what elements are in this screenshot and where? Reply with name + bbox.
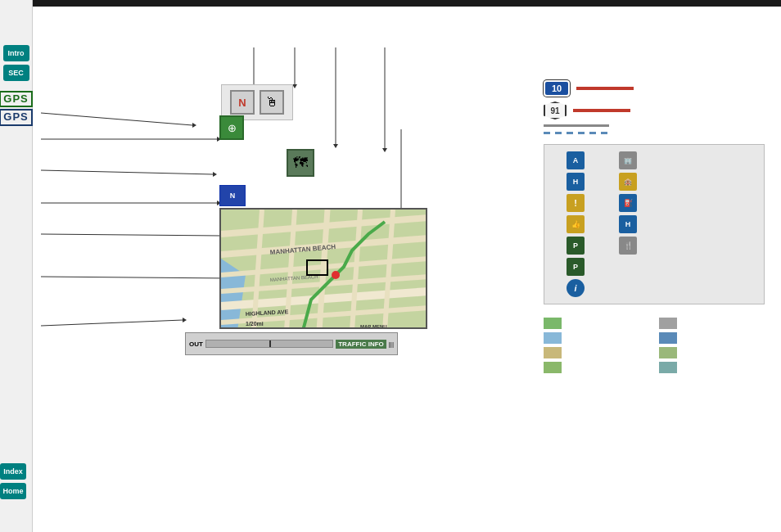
road-dashed-row: [544, 132, 765, 134]
road-line-dashed: [544, 132, 609, 134]
color-park: [544, 318, 562, 329]
color-vegetation: [544, 362, 562, 373]
gps-text-green: GPS: [0, 91, 33, 107]
poi-atm: A: [551, 151, 600, 169]
traffic-info-bar[interactable]: OUT TRAFFIC INFO |||: [185, 332, 398, 355]
poi-building1: 🏢: [603, 151, 652, 169]
map-pointer-button[interactable]: 🖱: [260, 90, 284, 115]
road-line-us: [573, 109, 630, 112]
poi-thumb: 👍: [551, 215, 600, 233]
traffic-out-label: OUT: [189, 340, 203, 348]
color-water2: [659, 332, 677, 344]
poi-caution: !: [551, 194, 600, 212]
poi-legend-box: A 🏢 H 🏨 ! ⛽: [544, 144, 765, 304]
map-svg: MANHATTAN BEACH HIGHLAND AVE MANHATTAN B…: [221, 210, 427, 329]
poi-browse-button[interactable]: 🗺: [287, 149, 314, 177]
svg-marker-13: [183, 318, 187, 322]
svg-marker-19: [333, 144, 338, 148]
sec-button[interactable]: SEC: [3, 65, 29, 81]
svg-marker-21: [382, 148, 387, 152]
poi-parking: P: [551, 237, 600, 255]
svg-line-12: [41, 320, 183, 326]
gps-text-blue: GPS: [0, 109, 33, 125]
road-type-legend: 10 91: [544, 80, 765, 134]
poi-honda: H: [551, 173, 600, 191]
main-content: N 🖱 ⊕ 🗺 N: [33, 7, 781, 532]
road-us-row: 91: [544, 101, 765, 119]
color-legend: [544, 318, 765, 373]
road-interstate-row: 10: [544, 80, 765, 97]
traffic-scale: |||: [389, 340, 394, 348]
poi-icon-grid: A 🏢 H 🏨 ! ⛽: [551, 151, 757, 297]
svg-text:MAP MENU: MAP MENU: [360, 324, 387, 329]
color-beach: [544, 347, 562, 358]
poi-fuel: ⛽: [603, 194, 652, 212]
top-border: [0, 0, 781, 7]
svg-text:1/20mi: 1/20mi: [246, 321, 264, 327]
index-button[interactable]: Index: [0, 463, 26, 480]
left-sidebar: Intro SEC GPS GPS Index Home: [0, 0, 33, 532]
color-water: [544, 332, 562, 344]
road-line-minor: [544, 124, 609, 127]
poi-lodging: 🏨: [603, 173, 652, 191]
svg-line-8: [41, 234, 221, 236]
svg-line-10: [41, 277, 229, 278]
road-other-row: [544, 124, 765, 127]
interstate-shield: 10: [544, 80, 570, 97]
poi-hotel: H: [603, 215, 652, 233]
svg-point-37: [332, 271, 340, 279]
gps-logo: GPS GPS: [0, 91, 33, 126]
map-scroll-button[interactable]: ⊕: [219, 115, 244, 140]
us-highway-shield: 91: [544, 101, 567, 119]
poi-info: i: [551, 279, 600, 297]
intro-button[interactable]: Intro: [3, 45, 29, 61]
svg-line-0: [41, 113, 192, 125]
traffic-info-label: TRAFFIC INFO: [336, 340, 386, 349]
bottom-nav: Index Home: [0, 463, 26, 499]
poi-restaurant: 🍴: [603, 237, 652, 255]
svg-line-4: [41, 170, 213, 174]
poi-parking2: P: [551, 258, 600, 276]
color-teal: [659, 362, 677, 373]
color-land: [659, 347, 677, 358]
color-road: [659, 318, 677, 329]
road-line-interstate: [576, 87, 634, 90]
north-indicator: N: [219, 185, 246, 206]
right-panel: 10 91 A 🏢: [544, 80, 765, 373]
map-display[interactable]: MANHATTAN BEACH HIGHLAND AVE MANHATTAN B…: [219, 208, 427, 329]
svg-marker-5: [213, 172, 217, 177]
north-up-button[interactable]: N: [230, 90, 255, 115]
svg-marker-1: [192, 123, 196, 128]
home-button[interactable]: Home: [0, 483, 26, 499]
